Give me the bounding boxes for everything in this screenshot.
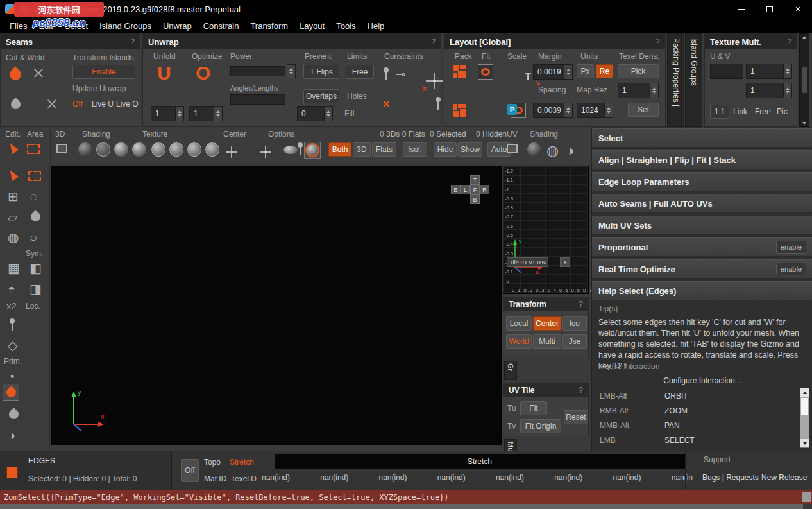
uv-viewport[interactable]: -1.2 -1.1 -1 -0.9 -0.8 -0.7 -0.6 -0.5 -0…	[503, 166, 589, 294]
section-edge-loop[interactable]: Edge Loop Parameters	[592, 172, 812, 191]
panels-scrollbar[interactable]	[799, 33, 809, 127]
reset-button[interactable]: Reset	[564, 410, 588, 424]
horizontal-scrollbar[interactable]	[0, 504, 803, 509]
texel-value-stepper[interactable]: 1	[618, 83, 659, 98]
power-slider[interactable]	[230, 66, 285, 76]
maximize-button[interactable]	[756, 0, 784, 18]
mirror-b-icon[interactable]: ◨	[30, 282, 42, 295]
local-button[interactable]: Local	[506, 316, 532, 331]
section-help-select[interactable]: Help Select (Edges)	[592, 281, 812, 300]
u-mult-stepper[interactable]: 1	[746, 64, 792, 79]
pencil-tool-icon[interactable]	[3, 384, 19, 401]
scroll-down-icon[interactable]	[802, 122, 806, 125]
menu-layout[interactable]: Layout	[294, 19, 330, 33]
edge-color-swatch[interactable]	[6, 467, 18, 478]
hide-button[interactable]: Hide	[434, 142, 457, 157]
brush-tool-icon[interactable]	[31, 212, 40, 223]
world-button[interactable]: World	[506, 334, 532, 349]
section-multi-uv[interactable]: Multi UV Sets	[592, 216, 812, 235]
pic-button[interactable]: Pic	[777, 107, 788, 116]
sym-grid-icon[interactable]: ▦	[8, 262, 20, 275]
tab-packing-properties[interactable]: Packing Properties [	[667, 33, 684, 127]
optimize-iterations-stepper[interactable]: 1	[189, 106, 223, 121]
center-cross-icon[interactable]	[226, 146, 237, 158]
link-button[interactable]: Link	[733, 107, 747, 116]
scroll-up-icon[interactable]	[800, 388, 809, 397]
sphere-shaded-icon[interactable]: ◑	[8, 429, 15, 442]
configure-interaction-button[interactable]: Configure Interaction...	[592, 376, 812, 385]
multi-button[interactable]: Multi	[533, 334, 561, 349]
live-o-button[interactable]: Live O	[116, 99, 139, 108]
texture-map-icon[interactable]	[187, 142, 201, 157]
circle-tool-icon[interactable]: ○	[30, 231, 37, 244]
minimize-button[interactable]	[727, 0, 756, 18]
view-cube-bottom[interactable]: B	[470, 194, 480, 204]
scroll-down-icon[interactable]	[800, 439, 809, 447]
view-3d-button[interactable]: 3D	[353, 142, 371, 157]
texel-set-button[interactable]: Set	[628, 103, 659, 117]
proportional-enable-button[interactable]: enable	[776, 241, 806, 254]
marquee-select-icon[interactable]	[27, 144, 40, 154]
use-button[interactable]: Jse	[562, 334, 587, 349]
t-flips-button[interactable]: T Flips	[303, 65, 339, 79]
seams-panel-header[interactable]: Seams ?	[1, 34, 140, 49]
uv-globe-icon[interactable]: ◍	[546, 144, 559, 158]
menu-help[interactable]: Help	[362, 19, 391, 33]
backface-sphere-icon[interactable]	[304, 142, 321, 159]
box-3d-icon[interactable]	[56, 144, 67, 153]
pin-display-icon[interactable]	[297, 142, 303, 157]
brush2-tool-icon[interactable]	[9, 410, 19, 421]
power-stepper[interactable]	[287, 64, 296, 78]
uv-box-icon[interactable]	[507, 144, 518, 153]
help-icon[interactable]: ?	[656, 37, 660, 46]
shading-bright-icon[interactable]	[132, 142, 146, 157]
pack-icon[interactable]	[452, 65, 466, 79]
fill-value-stepper[interactable]: 0	[297, 106, 333, 121]
tile-close-button[interactable]: X	[560, 257, 570, 267]
stretch-mode-button[interactable]: Stretch	[230, 458, 254, 467]
help-icon[interactable]: ?	[130, 37, 135, 46]
view-both-button[interactable]: Both	[328, 142, 351, 157]
tab-island-groups[interactable]: Island Groups	[685, 33, 702, 127]
view-cube[interactable]: T B L F R B	[451, 175, 489, 204]
angles-lengths-slider[interactable]	[230, 94, 285, 105]
mirror-a-icon[interactable]: ◧	[30, 262, 42, 275]
section-select[interactable]: Select	[592, 128, 812, 148]
scrollbar-thumb[interactable]	[801, 398, 808, 415]
shading-wire-icon[interactable]	[96, 142, 110, 157]
help-icon[interactable]: ?	[431, 37, 436, 46]
right-panel-scrollbar[interactable]	[800, 388, 809, 448]
pin-tool-icon[interactable]	[9, 318, 15, 332]
magnet-icon[interactable]: ◓	[8, 282, 15, 295]
display-off-button[interactable]: Off	[181, 459, 199, 482]
units-re-button[interactable]: Re	[596, 64, 613, 78]
rectangle-select-icon[interactable]	[28, 171, 41, 181]
x2-toggle[interactable]: x2	[6, 300, 17, 311]
transform-header[interactable]: Transform ?	[503, 297, 588, 311]
texel-pick-button[interactable]: Pick	[618, 64, 659, 78]
section-real-time-optimize[interactable]: Real Time Optimize enable	[592, 259, 812, 279]
sphere-tool-icon[interactable]: ◍	[8, 231, 19, 244]
uv-sphere-icon[interactable]	[527, 142, 541, 157]
edge-constraint-icon[interactable]: ⊸	[396, 69, 405, 80]
isolate-button[interactable]: Isol.	[403, 142, 427, 157]
v-mult-stepper[interactable]: 1	[746, 83, 792, 98]
gizmo-tool-icon[interactable]: ⊞	[8, 190, 19, 203]
optimize-o-icon[interactable]: O	[196, 64, 210, 83]
section-align[interactable]: Align | Straighten | Flip | Fit | Stack	[592, 150, 812, 169]
enable-button[interactable]: Enable	[72, 65, 135, 79]
mat-id-button[interactable]: Mat ID	[204, 474, 226, 483]
fit-button[interactable]: Fit	[520, 401, 547, 415]
status-scroll-corner[interactable]	[802, 492, 811, 502]
view-cube-top[interactable]: T	[470, 175, 480, 185]
texture-checker-icon[interactable]	[151, 142, 165, 157]
lasso-tool-icon[interactable]: ◌	[30, 190, 37, 203]
seam-brush-icon[interactable]	[10, 69, 21, 82]
layout-panel-header[interactable]: Layout [Global] ?	[444, 34, 665, 49]
show-button[interactable]: Show	[458, 142, 482, 157]
texture-custom-icon[interactable]	[205, 142, 219, 157]
center-button[interactable]: Center	[533, 316, 561, 331]
section-auto-seams[interactable]: Auto Seams | Full AUTO UVs	[592, 194, 812, 213]
free-button[interactable]: Free	[346, 65, 374, 79]
plane-tool-icon[interactable]: ▱	[8, 211, 17, 223]
